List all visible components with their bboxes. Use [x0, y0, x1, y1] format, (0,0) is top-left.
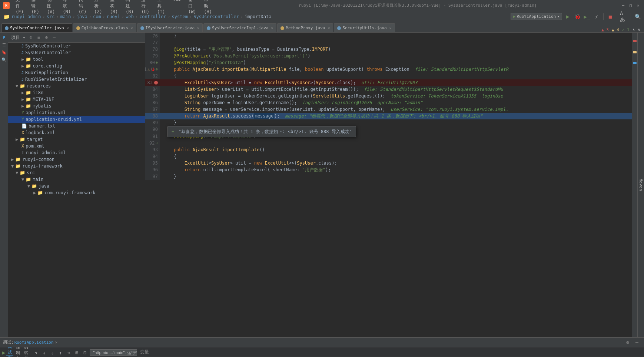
- tree-item-i18n[interactable]: ▶ 📁 i18n: [8, 89, 145, 96]
- minimize-button[interactable]: ─: [620, 3, 626, 9]
- close-button[interactable]: ✕: [635, 3, 641, 9]
- resume-button[interactable]: ▶: [2, 349, 5, 356]
- debug-settings-icon[interactable]: ⚙: [624, 338, 632, 347]
- sidebar-collapse-icon[interactable]: ≡: [35, 34, 42, 41]
- line-text-86[interactable]: String operName = loginUser.getUsername(…: [160, 99, 423, 106]
- breadcrumb-ruoyi-admin[interactable]: ruoyi-admin: [11, 14, 41, 19]
- line-text-96[interactable]: return util.importTemplateExcel( sheetNa…: [160, 166, 331, 173]
- breadcrumb-src[interactable]: src: [47, 14, 55, 19]
- tree-item-bannertxt[interactable]: 📄 banner.txt: [8, 123, 145, 129]
- maven-panel[interactable]: Maven: [637, 33, 644, 337]
- step-out-button[interactable]: ↑: [57, 349, 64, 356]
- coverage-button[interactable]: ▶̲: [583, 13, 591, 21]
- sidebar-settings-icon[interactable]: ⚙: [43, 34, 50, 41]
- line-text-79[interactable]: @PreAuthorize("@ss.hasPermi('system:user…: [160, 53, 310, 59]
- profile-button[interactable]: ⚡: [592, 13, 601, 21]
- line-text-76[interactable]: }: [160, 33, 176, 39]
- project-tree-icon[interactable]: 📁: [2, 13, 10, 21]
- breakpoint-icon-83[interactable]: [154, 81, 158, 85]
- line-text-83[interactable]: ExcelUtil<SysUser> util = new ExcelUtil<…: [160, 79, 417, 86]
- line-text-87[interactable]: String message = userService.importUser(…: [160, 106, 508, 113]
- tab-sysuserserviceimpl[interactable]: SysUserServiceImpl.java ✕: [203, 23, 276, 32]
- line-text-89[interactable]: }: [160, 119, 176, 126]
- line-text-85[interactable]: LoginUser loginUser = tokenService.getLo…: [160, 93, 503, 99]
- tree-item-maindir[interactable]: ▼ 📁 main: [8, 176, 145, 183]
- tab-isysuserservice[interactable]: ISysUserService.java ✕: [137, 23, 203, 32]
- tree-item-tool[interactable]: ▶ 📁 tool: [8, 56, 145, 63]
- tab-cglibproxy[interactable]: CglibAopProxy.class ✕: [73, 23, 136, 32]
- map-icon-81[interactable]: ⊕: [156, 66, 158, 73]
- line-text-93[interactable]: public AjaxResult importTemplate(): [160, 146, 265, 153]
- line-text-80[interactable]: @PostMapping("/importData"): [160, 59, 246, 66]
- breadcrumb-main[interactable]: main: [60, 14, 71, 19]
- tree-item-logbackxml[interactable]: X logback.xml: [8, 129, 145, 136]
- tree-item-src[interactable]: ▼ 📁 src: [8, 169, 145, 176]
- line-text-95[interactable]: ExcelUtil<SysUser> util = new ExcelUtil<…: [160, 160, 337, 166]
- tree-item-applicationdruidsyml[interactable]: Y application-druid.yml: [8, 116, 145, 123]
- debug-icon-81[interactable]: 🐞: [150, 66, 155, 73]
- maximize-button[interactable]: □: [628, 3, 634, 9]
- tree-item-comruoyiframework[interactable]: ▶ 📁 com.ruoyi.framework: [8, 189, 145, 196]
- evaluate-button[interactable]: ⊞: [73, 349, 80, 356]
- tree-item-metainf[interactable]: ▶ 📁 META-INF: [8, 96, 145, 103]
- breadcrumb-web[interactable]: web: [126, 14, 134, 19]
- scroll-down-icon[interactable]: ∨: [638, 27, 640, 32]
- breadcrumb-importdata[interactable]: importData: [245, 14, 271, 19]
- run-cursor-button[interactable]: ⇥: [65, 349, 72, 356]
- tree-item-coreconfig[interactable]: ▶ 📁 core.config: [8, 63, 145, 69]
- line-text-94[interactable]: {: [160, 153, 176, 160]
- translate-button[interactable]: Aあ: [620, 13, 628, 21]
- breadcrumb-syscontroller[interactable]: SysUserController: [193, 14, 239, 19]
- debug-close-icon[interactable]: ─: [633, 338, 641, 347]
- close-debug-tab[interactable]: ✕: [55, 340, 58, 345]
- breadcrumb-java[interactable]: java: [77, 14, 87, 19]
- run-button[interactable]: ▶: [564, 13, 572, 21]
- structure-icon[interactable]: ☰: [1, 42, 7, 48]
- search-button[interactable]: 🔍: [634, 13, 642, 21]
- tree-item-mybatis[interactable]: ▶ 📁 mybatis: [8, 103, 145, 109]
- breakpoints-tab[interactable]: 调试点: [23, 349, 30, 356]
- force-step-button[interactable]: ⇓: [49, 349, 56, 356]
- line-text-77[interactable]: [160, 39, 166, 46]
- mapping-icon-80[interactable]: ⊕: [156, 59, 158, 66]
- breadcrumb-system[interactable]: system: [172, 14, 188, 19]
- tree-item-sysrolecontroller[interactable]: J SysRoleController: [8, 43, 145, 49]
- tab-methodproxy[interactable]: MethodProxy.java ✕: [277, 23, 333, 32]
- close-tab-sysuserserviceimpl[interactable]: ✕: [271, 26, 273, 30]
- close-tab-isysuserservice[interactable]: ✕: [197, 26, 199, 30]
- tree-item-sysusercontroller[interactable]: J SysUserController: [8, 49, 145, 56]
- sidebar-minimize-icon[interactable]: ─: [51, 34, 57, 41]
- close-tab-cglib[interactable]: ✕: [131, 26, 133, 30]
- tab-sysusercontroller[interactable]: SysUserController.java ✕: [1, 23, 72, 32]
- stop-button[interactable]: ■: [606, 13, 614, 21]
- step-into-button[interactable]: ↓: [40, 349, 48, 356]
- tree-item-pomxml[interactable]: X pom.xml: [8, 143, 145, 149]
- tree-item-applicationyml[interactable]: Y application.yml: [8, 109, 145, 116]
- tree-item-ruoyiservletinitializer[interactable]: J RuoYiServletInitializer: [8, 76, 145, 83]
- run-config-selector[interactable]: ▶ RuoYiApplication ▾: [511, 13, 562, 20]
- tree-item-ruoyicommon[interactable]: ▶ 📁 ruoyi-common: [8, 156, 145, 163]
- tree-item-resources[interactable]: ▼ 📁 resources: [8, 83, 145, 89]
- more-debug-options[interactable]: ⊡: [81, 349, 89, 356]
- bookmarks-icon[interactable]: 🔖: [1, 49, 7, 56]
- exec-arrow-icon[interactable]: →: [155, 140, 158, 146]
- find-icon[interactable]: 🔍: [1, 56, 7, 63]
- project-icon[interactable]: P: [1, 34, 7, 41]
- line-text-97[interactable]: }: [160, 173, 176, 180]
- line-text-84[interactable]: List<SysUser> userList = util.importExce…: [160, 86, 503, 93]
- project-dropdown[interactable]: 项目 ▾: [11, 34, 25, 41]
- step-over-button[interactable]: ↷: [32, 349, 40, 356]
- tab-securityutils[interactable]: SecurityUtils.java ✕: [334, 23, 395, 32]
- close-tab-methodproxy[interactable]: ✕: [328, 26, 330, 30]
- sidebar-scope-icon[interactable]: ⊙: [27, 34, 34, 41]
- console-tab[interactable]: 控制台: [14, 349, 21, 356]
- tree-item-ruoyiadminiml[interactable]: I ruoyi-admin.iml: [8, 149, 145, 156]
- tree-item-javadir[interactable]: ▼ 📁 java: [8, 183, 145, 189]
- scroll-up-icon[interactable]: ∧: [633, 27, 635, 32]
- line-text-88[interactable]: return AjaxResult.success(message); mess…: [160, 113, 483, 119]
- line-text-81[interactable]: public AjaxResult importData(MultipartFi…: [160, 66, 508, 73]
- line-text-90[interactable]: [160, 126, 166, 133]
- line-text-78[interactable]: @Log(title = "用户管理", businessType = Busi…: [160, 46, 331, 53]
- line-text-92[interactable]: [160, 140, 166, 146]
- breadcrumb-controller[interactable]: controller: [139, 14, 166, 19]
